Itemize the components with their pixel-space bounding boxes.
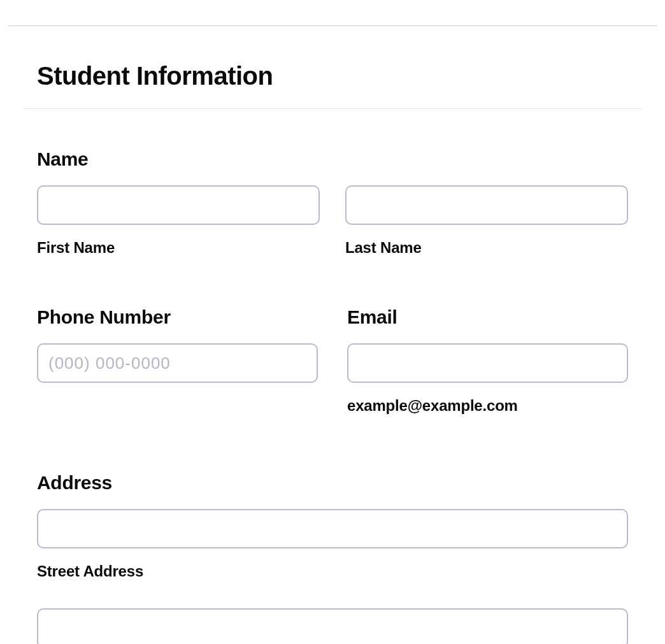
email-input[interactable] [347,343,628,383]
form-container: Student Information Name First Name Last… [0,62,665,644]
name-section: Name First Name Last Name [37,148,628,257]
last-name-sublabel: Last Name [345,239,628,257]
first-name-sublabel: First Name [37,239,320,257]
street-address-2-input[interactable] [37,608,628,644]
title-divider [23,108,642,109]
email-col: Email example@example.com [347,306,628,415]
email-sublabel: example@example.com [347,397,628,415]
top-divider [8,25,657,26]
address-label: Address [37,472,628,494]
page-title: Student Information [37,62,628,90]
first-name-col: First Name [37,185,320,257]
phone-col: Phone Number [37,306,318,415]
phone-input[interactable] [37,343,318,383]
email-label: Email [347,306,628,328]
last-name-input[interactable] [345,185,628,225]
street-address-sublabel: Street Address [37,562,628,580]
contact-row: Phone Number Email example@example.com [37,306,628,415]
street-address-input[interactable] [37,509,628,548]
last-name-col: Last Name [345,185,628,257]
phone-label: Phone Number [37,306,318,328]
name-label: Name [37,148,628,170]
first-name-input[interactable] [37,185,320,225]
address-section: Address Street Address Street Address Li… [37,472,628,644]
